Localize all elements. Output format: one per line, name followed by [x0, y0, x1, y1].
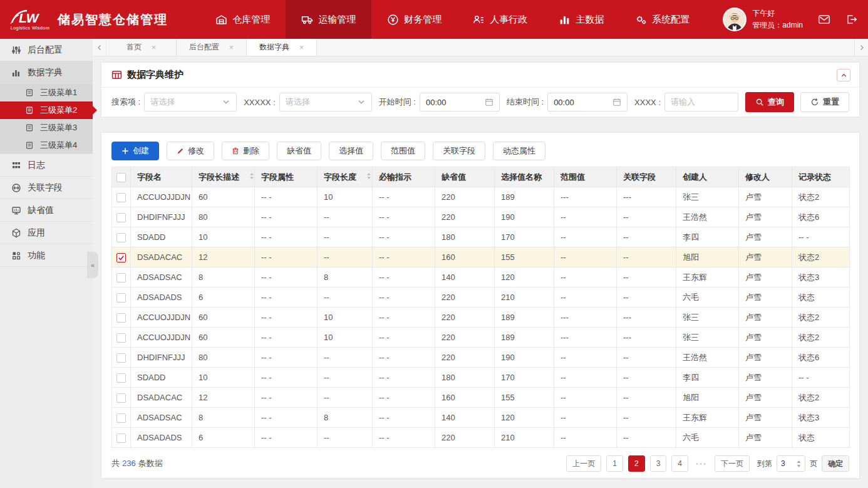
next-page-button[interactable]: 下一页 [715, 455, 750, 472]
query-button[interactable]: 查询 [745, 92, 794, 112]
page-ellipsis[interactable]: ··· [693, 455, 710, 472]
nav-item-6[interactable]: 系统配置 [619, 0, 705, 39]
row-checkbox[interactable] [116, 273, 126, 283]
sidebar-item-logs[interactable]: 日志 [0, 154, 93, 177]
reset-button[interactable]: 重置 [800, 92, 849, 112]
row-checkbox[interactable] [116, 393, 126, 403]
sidebar-collapse-handle[interactable]: « [87, 252, 98, 278]
header-checkbox-cell [112, 167, 131, 187]
tab-close-icon[interactable]: × [229, 43, 234, 52]
toolbar-button-6[interactable]: 范围值 [381, 142, 425, 160]
row-checkbox[interactable] [116, 433, 126, 443]
table-row[interactable]: ACCUOJJDJN60-- -10-- -220189------张三卢雪状态… [112, 328, 850, 348]
tab-2[interactable]: 后台配置× [177, 39, 247, 56]
search-term-select[interactable]: 请选择 [144, 93, 237, 112]
cell: 220 [435, 328, 495, 348]
select-all-checkbox[interactable] [116, 173, 126, 182]
toolbar-button-label: 删除 [243, 145, 259, 157]
page-number-stepper[interactable]: 3 [777, 455, 805, 472]
sidebar-item-default-values[interactable]: 缺省值 [0, 199, 93, 222]
xxxx-text-input[interactable]: 请输入 [664, 93, 738, 112]
sidebar-item-functions[interactable]: 功能 [0, 244, 93, 267]
row-checkbox-cell [112, 267, 131, 288]
table-row[interactable]: SDADD10-- ----- -180170----李四卢雪-- - [112, 368, 850, 388]
sort-icon [249, 172, 254, 180]
sidebar-item-submenu-1[interactable]: 三级菜单1 [0, 84, 93, 101]
sidebar-item-backend-config[interactable]: 后台配置 [0, 39, 93, 61]
cell: 旭阳 [676, 388, 739, 408]
table-row[interactable]: SDADD10-- ----- -180170----李四卢雪-- - [112, 227, 850, 247]
total-number: 236 [122, 459, 136, 468]
tab-3[interactable]: 数据字典× [247, 39, 317, 56]
row-checkbox-cell [112, 348, 131, 368]
table-row[interactable]: ADSADSAC8-- -8-- -140120----王东辉卢雪状态3 [112, 408, 850, 428]
goto-prefix: 到第 [757, 459, 772, 469]
nav-item-2[interactable]: 运输管理 [286, 0, 371, 39]
cell: DHDIFNFJJJ [131, 207, 192, 227]
table-row[interactable]: DHDIFNFJJJ80-- ----- -220190----王浩然卢雪状态6 [112, 348, 850, 368]
page-button-4[interactable]: 4 [671, 455, 688, 472]
row-checkbox[interactable] [116, 333, 126, 343]
table-row[interactable]: DHDIFNFJJJ80-- ----- -220190----王浩然卢雪状态6 [112, 207, 850, 227]
cell: -- [318, 288, 373, 308]
start-time-input[interactable]: 00:00 [420, 93, 500, 112]
nav-item-5[interactable]: 主数据 [543, 0, 619, 39]
row-checkbox[interactable] [116, 253, 126, 262]
toolbar-button-4[interactable]: 缺省值 [277, 142, 321, 160]
sidebar-item-application[interactable]: 应用 [0, 222, 93, 244]
sidebar-item-related-fields[interactable]: 关联字段 [0, 177, 93, 199]
sidebar-item-data-dictionary[interactable]: 数据字典 [0, 61, 93, 84]
tab-close-icon[interactable]: × [152, 43, 156, 52]
toolbar-button-5[interactable]: 选择值 [329, 142, 373, 160]
confirm-button[interactable]: 确定 [822, 455, 849, 472]
table-row[interactable]: ACCUOJJDJN60-- -10-- -220189------张三卢雪状态… [112, 187, 850, 207]
page-button-1[interactable]: 1 [606, 455, 623, 472]
tab-scroll-left-icon[interactable] [93, 39, 106, 56]
sidebar-item-submenu-3[interactable]: 三级菜单3 [0, 119, 93, 137]
toolbar-button-1[interactable]: 创建 [111, 142, 159, 160]
nav-item-4[interactable]: 人事行政 [457, 0, 543, 39]
toolbar-button-8[interactable]: 动态属性 [493, 142, 545, 160]
toolbar-button-2[interactable]: 修改 [167, 142, 214, 160]
row-checkbox[interactable] [116, 233, 126, 242]
table-row[interactable]: ADSADSAC8-- -8-- -140120----王东辉卢雪状态3 [112, 267, 850, 288]
toolbar-button-3[interactable]: 删除 [222, 142, 269, 160]
sidebar-item-submenu-4[interactable]: 三级菜单4 [0, 137, 93, 154]
logout-icon[interactable] [840, 11, 863, 28]
row-checkbox[interactable] [116, 193, 126, 202]
page-button-3[interactable]: 3 [650, 455, 667, 472]
row-checkbox[interactable] [116, 353, 126, 363]
sidebar-item-label: 三级菜单2 [40, 105, 77, 116]
sidebar-item-submenu-2[interactable]: 三级菜单2 [0, 101, 93, 119]
panel-collapse-button[interactable] [837, 69, 850, 81]
table-row[interactable]: ADSADADS6-- ----- -220210----六毛卢雪状态 [112, 428, 850, 448]
tab-scroll-right-icon[interactable] [854, 39, 868, 56]
end-time-input[interactable]: 00:00 [547, 93, 628, 112]
xxxxx-select[interactable]: 请选择 [279, 93, 372, 112]
row-checkbox[interactable] [116, 293, 126, 303]
row-checkbox[interactable] [116, 213, 126, 222]
row-checkbox[interactable] [116, 373, 126, 383]
nav-item-1[interactable]: 仓库管理 [200, 0, 286, 39]
cell: -- [617, 288, 676, 308]
toolbar-button-7[interactable]: 关联字段 [433, 142, 485, 160]
mail-icon[interactable] [813, 11, 835, 28]
page-button-2[interactable]: 2 [628, 455, 645, 472]
table-row[interactable]: ACCUOJJDJN60-- -10-- -220189------张三卢雪状态… [112, 308, 850, 328]
table-row[interactable]: DSADACAC12-- ----- -160155----旭阳卢雪状态2 [112, 388, 850, 408]
table-row[interactable]: DSADACAC12-- ----- -160155----旭阳卢雪状态2 [112, 247, 850, 267]
prev-page-button[interactable]: 上一页 [566, 455, 601, 472]
table-row[interactable]: ADSADADS6-- ----- -220210----六毛卢雪状态 [112, 288, 850, 308]
column-header: 范围值 [554, 167, 617, 187]
tab-1[interactable]: 首页× [106, 39, 177, 56]
reset-label: 重置 [823, 96, 839, 108]
cell: 张三 [676, 187, 739, 207]
user-block[interactable]: 下午好 管理员：admin [723, 8, 803, 31]
nav-item-3[interactable]: 财务管理 [371, 0, 457, 39]
cell: -- - [373, 308, 435, 328]
row-checkbox[interactable] [116, 413, 126, 423]
tab-close-icon[interactable]: × [299, 43, 304, 52]
cell: 189 [495, 328, 554, 348]
column-header-label: 范围值 [561, 172, 585, 182]
row-checkbox[interactable] [116, 313, 126, 323]
